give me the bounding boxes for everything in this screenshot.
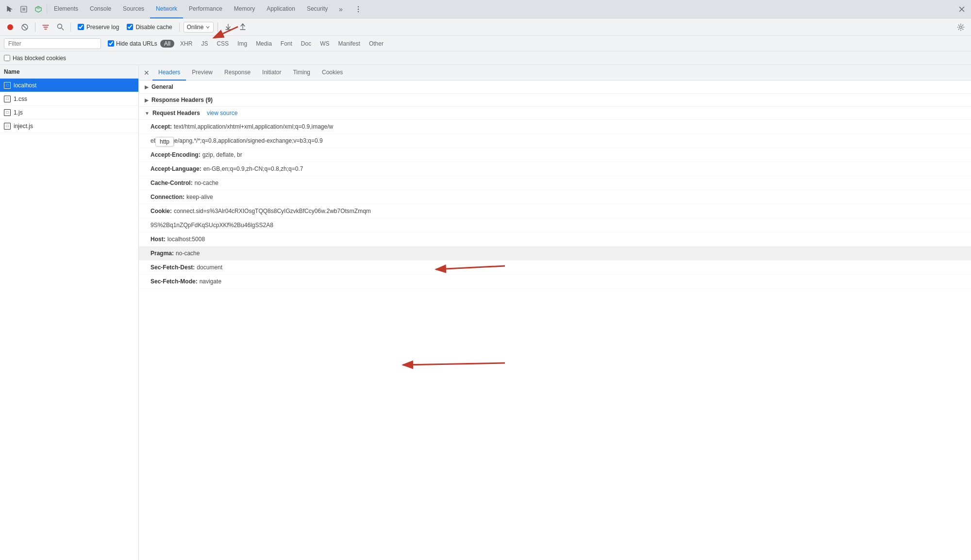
header-name-sec-fetch-mode: Sec-Fetch-Mode: [151,277,198,286]
tab-sources[interactable]: Sources [117,0,150,18]
header-row-pragma: Pragma: no-cache [139,247,971,261]
toolbar-divider-3 [179,22,180,32]
file-item-localhost[interactable]: □ localhost [0,79,138,92]
filter-doc-btn[interactable]: Doc [298,40,314,48]
throttle-select[interactable]: Online [184,22,214,33]
inspect-icon-btn[interactable] [17,2,31,16]
header-name-cookie: Cookie: [151,207,172,215]
request-tabs-bar: ✕ Headers Preview Response Initiator Tim… [139,65,971,81]
blocked-cookies-checkbox[interactable] [4,55,10,61]
header-row-accept-cont: ebp,image/apng,*/*;q=0.8,application/sig… [139,134,971,148]
blocked-cookies-row: Has blocked cookies [0,51,971,65]
hide-data-urls-checkbox[interactable] [108,40,114,47]
name-column-header: Name [0,65,138,79]
header-row-sec-fetch-dest: Sec-Fetch-Dest: document [139,261,971,275]
filter-all-btn[interactable]: All [160,40,174,48]
req-tab-cookies[interactable]: Cookies [316,65,349,81]
req-tab-initiator[interactable]: Initiator [256,65,287,81]
tab-console[interactable]: Console [84,0,117,18]
file-item-injectjs[interactable]: □ inject.js [0,119,138,133]
filter-media-btn[interactable]: Media [253,40,275,48]
filter-font-btn[interactable]: Font [278,40,295,48]
toolbar-divider-2 [70,22,71,32]
response-triangle-icon: ▶ [145,98,149,103]
more-tabs-btn[interactable]: » [335,2,349,16]
record-btn[interactable] [4,21,17,33]
view-source-link[interactable]: view source [207,110,237,116]
response-headers-label: Response Headers (9) [151,97,213,103]
hide-data-urls-label[interactable]: Hide data URLs [108,40,157,47]
general-section-header[interactable]: ▶ General [139,81,971,94]
header-row-cookie: Cookie: connect.sid=s%3Alr04cRXIOsgTQQ8s… [139,204,971,218]
close-devtools-btn[interactable] [954,2,969,16]
svg-point-13 [57,24,62,29]
header-value-accept-encoding: gzip, deflate, br [202,150,242,159]
tab-network[interactable]: Network [150,0,183,18]
header-row-accept: Accept: text/html,application/xhtml+xml,… [139,120,971,134]
devtools-tab-bar: Elements Console Sources Network Perform… [0,0,971,18]
header-row-cache-control: Cache-Control: no-cache [139,176,971,190]
settings-btn[interactable] [954,21,967,33]
svg-rect-1 [22,8,25,11]
filter-other-btn[interactable]: Other [366,40,386,48]
response-headers-section-header[interactable]: ▶ Response Headers (9) [139,94,971,107]
preserve-log-checkbox[interactable] [78,24,84,30]
cursor-icon-btn[interactable] [2,2,17,16]
header-value-sec-fetch-dest: document [197,263,222,272]
req-tab-headers[interactable]: Headers [152,65,186,81]
tab-security[interactable]: Security [301,0,334,18]
header-value-cache-control: no-cache [195,179,218,187]
header-row-cookie-cont: 9S%2Bq1nZQpFdKqSUcpXKf%2Bu46lgSS2A8 [139,218,971,232]
req-tab-preview[interactable]: Preview [186,65,218,81]
svg-point-7 [358,11,359,12]
blocked-cookies-label[interactable]: Has blocked cookies [13,55,66,62]
general-section-label: General [151,83,173,90]
tab-elements[interactable]: Elements [48,0,84,18]
header-name-cache-control: Cache-Control: [151,179,193,187]
disable-cache-label[interactable]: Disable cache [124,24,175,31]
svg-text:»: » [339,5,343,13]
filter-toggle-btn[interactable] [39,21,52,33]
header-value-accept: text/html,application/xhtml+xml,applicat… [174,122,333,131]
filter-xhr-btn[interactable]: XHR [177,40,195,48]
filter-manifest-btn[interactable]: Manifest [335,40,363,48]
filter-js-btn[interactable]: JS [198,40,211,48]
request-headers-label: Request Headers [152,110,200,116]
req-tab-response[interactable]: Response [218,65,256,81]
header-row-sec-fetch-mode: Sec-Fetch-Mode: navigate [139,275,971,289]
filter-input[interactable] [4,38,101,49]
filter-img-btn[interactable]: Img [234,40,250,48]
search-btn[interactable] [54,21,67,33]
3d-icon-btn[interactable] [31,2,46,16]
filter-css-btn[interactable]: CSS [214,40,232,48]
req-tab-timing[interactable]: Timing [287,65,316,81]
svg-line-14 [62,28,64,30]
header-value-cookie-cont: 9S%2Bq1nZQpFdKqSUcpXKf%2Bu46lgSS2A8 [151,221,273,230]
preserve-log-label[interactable]: Preserve log [75,24,122,31]
file-item-1js[interactable]: □ 1.js [0,106,138,119]
import-btn[interactable] [222,21,234,33]
export-btn[interactable] [236,21,249,33]
tab-application[interactable]: Application [261,0,301,18]
disable-cache-checkbox[interactable] [127,24,133,30]
headers-panel: ▶ General ▶ Response Headers (9) ▼ Reque… [139,81,971,560]
file-icon-1js: □ [4,109,11,116]
header-value-sec-fetch-mode: navigate [200,277,221,286]
close-request-panel-btn[interactable]: ✕ [141,67,152,79]
header-name-host: Host: [151,235,166,244]
header-row-host: Host: localhost:5008 [139,232,971,247]
hide-data-urls-text: Hide data URLs [116,40,157,47]
tab-performance[interactable]: Performance [183,0,228,18]
clear-btn[interactable] [18,21,31,33]
filter-ws-btn[interactable]: WS [317,40,332,48]
svg-line-12 [23,25,27,29]
header-row-connection: Connection: keep-alive [139,190,971,204]
more-options-btn[interactable] [351,2,366,16]
right-panel: ✕ Headers Preview Response Initiator Tim… [139,65,971,560]
request-triangle-icon: ▼ [145,111,150,116]
tab-memory[interactable]: Memory [228,0,261,18]
file-item-1css[interactable]: □ 1.css [0,92,138,106]
header-name-sec-fetch-dest: Sec-Fetch-Dest: [151,263,195,272]
request-headers-section-header[interactable]: ▼ Request Headers view source [139,107,971,120]
header-name-accept-language: Accept-Language: [151,165,201,173]
